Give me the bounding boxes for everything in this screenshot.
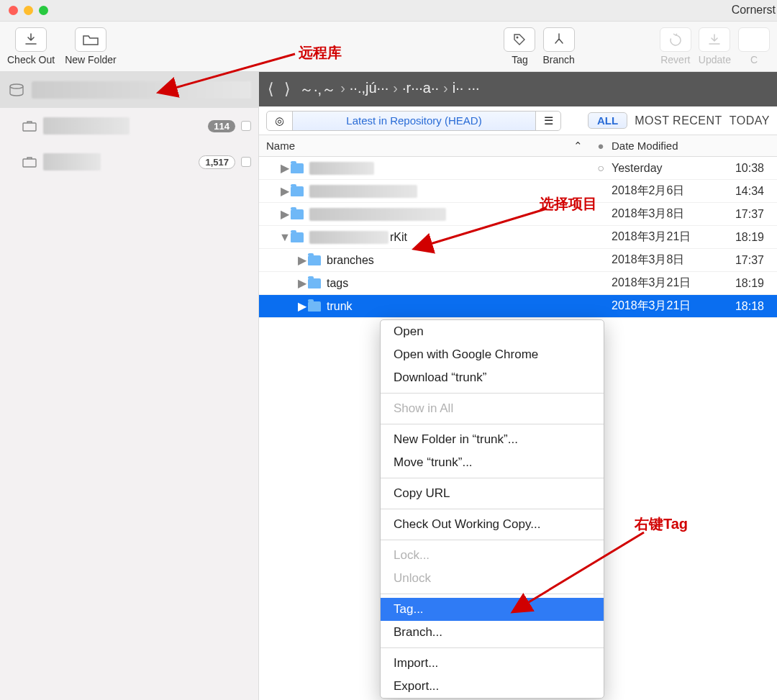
- file-name-blurred: [309, 231, 388, 244]
- status-dot: ○: [590, 162, 612, 175]
- revert-button[interactable]: Revert: [660, 27, 691, 65]
- date-modified: 2018年3月8日: [612, 206, 730, 222]
- breadcrumb[interactable]: ～·,～› ··.,jú···› ·r···a··› i·· ···: [299, 80, 480, 99]
- working-copy-item-1[interactable]: 114: [0, 108, 258, 144]
- folder-icon: [291, 232, 304, 242]
- folder-icon: [308, 278, 321, 288]
- time-modified: 18:19: [730, 231, 777, 244]
- revert-icon: [660, 27, 691, 52]
- disclosure-triangle-icon[interactable]: ▶: [296, 299, 308, 313]
- date-modified: 2018年3月21日: [612, 276, 730, 291]
- ctx-checkout-wc[interactable]: Check Out Working Copy...: [381, 513, 604, 536]
- col-name-header[interactable]: Name ⌃: [259, 140, 590, 153]
- file-row[interactable]: ▶2018年2月6日14:34: [259, 180, 777, 203]
- revision-target-icon: ◎: [267, 112, 293, 130]
- newfolder-button[interactable]: New Folder: [65, 27, 117, 65]
- disclosure-triangle-icon[interactable]: ▶: [296, 253, 308, 267]
- ctx-download[interactable]: Download “trunk”: [381, 366, 604, 389]
- file-row[interactable]: ▶○Yesterday10:38: [259, 157, 777, 180]
- newfolder-label: New Folder: [65, 54, 117, 65]
- commit-icon: [738, 27, 770, 52]
- folder-icon: [308, 301, 321, 312]
- briefcase-icon: [22, 155, 37, 168]
- file-row[interactable]: ▶2018年3月8日17:37: [259, 203, 777, 226]
- branch-button[interactable]: Branch: [542, 27, 574, 65]
- date-modified: 2018年3月21日: [612, 299, 730, 314]
- disclosure-triangle-icon[interactable]: ▶: [279, 184, 291, 198]
- filter-today-button[interactable]: TODAY: [730, 114, 770, 127]
- revision-menu-icon[interactable]: ☰: [536, 114, 560, 127]
- file-row[interactable]: ▶tags2018年3月21日18:19: [259, 272, 777, 295]
- svg-point-1: [10, 84, 23, 88]
- pathbar: ⟨ ⟩ ～·,～› ··.,jú···› ·r···a··› i·· ···: [259, 72, 777, 106]
- update-icon: [699, 27, 730, 52]
- update-button[interactable]: Update: [699, 27, 731, 65]
- svg-rect-3: [23, 159, 36, 167]
- ctx-move[interactable]: Move “trunk”...: [381, 451, 604, 474]
- ctx-lock: Lock...: [381, 544, 604, 567]
- ctx-newfolder-in[interactable]: New Folder in “trunk”...: [381, 428, 604, 451]
- nav-back-button[interactable]: ⟨: [266, 80, 276, 99]
- file-name-blurred: [309, 162, 374, 175]
- file-row[interactable]: ▶branches2018年3月8日17:37: [259, 249, 777, 272]
- file-name: tags: [327, 277, 348, 290]
- zoom-icon[interactable]: [39, 6, 48, 15]
- wc1-count-badge: 114: [208, 120, 235, 132]
- tag-icon: [504, 27, 535, 52]
- ctx-open[interactable]: Open: [381, 320, 604, 343]
- wc2-checkbox[interactable]: [241, 157, 251, 167]
- ctx-branch[interactable]: Branch...: [381, 621, 604, 644]
- update-label: Update: [699, 54, 731, 65]
- checkout-button[interactable]: Check Out: [7, 27, 55, 65]
- file-row[interactable]: ▶trunk2018年3月21日18:18: [259, 295, 777, 318]
- window-traffic-lights: [9, 6, 48, 15]
- time-modified: 18:19: [730, 277, 777, 290]
- col-date-header[interactable]: Date Modified: [612, 140, 730, 152]
- folder-icon: [291, 163, 304, 173]
- sidebar: 114 1,517: [0, 72, 259, 700]
- file-row[interactable]: ▼rKit2018年3月21日18:19: [259, 226, 777, 249]
- ctx-copy-url[interactable]: Copy URL: [381, 482, 604, 505]
- ctx-export[interactable]: Export...: [381, 675, 604, 698]
- revert-label: Revert: [660, 54, 690, 65]
- file-name-blurred: [309, 185, 417, 198]
- working-copy-item-2[interactable]: 1,517: [0, 144, 258, 180]
- checkout-icon: [15, 27, 47, 52]
- time-modified: 17:37: [730, 254, 777, 267]
- wc1-checkbox[interactable]: [241, 121, 251, 131]
- tag-label: Tag: [512, 54, 528, 65]
- wc2-name-blurred: [43, 153, 101, 171]
- folder-icon: [291, 186, 304, 196]
- col-status-header[interactable]: ●: [590, 140, 612, 152]
- disclosure-triangle-icon[interactable]: ▶: [279, 207, 291, 221]
- tag-button[interactable]: Tag: [504, 27, 535, 65]
- date-modified: 2018年3月8日: [612, 253, 730, 268]
- ctx-open-chrome[interactable]: Open with Google Chrome: [381, 343, 604, 366]
- disclosure-triangle-icon[interactable]: ▼: [279, 231, 291, 244]
- date-modified: 2018年2月6日: [612, 183, 730, 199]
- date-modified: 2018年3月21日: [612, 229, 730, 245]
- repo-item-selected[interactable]: [0, 72, 258, 108]
- close-icon[interactable]: [9, 6, 18, 15]
- revision-selector[interactable]: ◎ Latest in Repository (HEAD) ☰: [266, 111, 561, 131]
- minimize-icon[interactable]: [24, 6, 33, 15]
- nav-forward-button[interactable]: ⟩: [283, 80, 292, 99]
- ctx-import[interactable]: Import...: [381, 652, 604, 675]
- filter-all-button[interactable]: ALL: [588, 112, 627, 129]
- folder-icon: [291, 209, 304, 219]
- disclosure-triangle-icon[interactable]: ▶: [296, 276, 308, 290]
- disclosure-triangle-icon[interactable]: ▶: [279, 161, 291, 175]
- repo-name-blurred: [32, 81, 251, 99]
- checkout-label: Check Out: [7, 54, 55, 65]
- commit-button-partial[interactable]: C: [738, 27, 770, 65]
- file-name-suffix: rKit: [390, 231, 407, 244]
- filter-bar: ◎ Latest in Repository (HEAD) ☰ ALL MOST…: [259, 106, 777, 135]
- date-modified: Yesterday: [612, 162, 730, 175]
- filter-mostrecent-button[interactable]: MOST RECENT: [635, 114, 722, 127]
- svg-point-0: [517, 37, 519, 39]
- repo-icon: [7, 82, 26, 98]
- ctx-tag[interactable]: Tag...: [381, 598, 604, 621]
- context-menu: Open Open with Google Chrome Download “t…: [380, 319, 604, 699]
- app-title: Cornerst: [732, 4, 777, 17]
- titlebar: Cornerst: [0, 0, 777, 22]
